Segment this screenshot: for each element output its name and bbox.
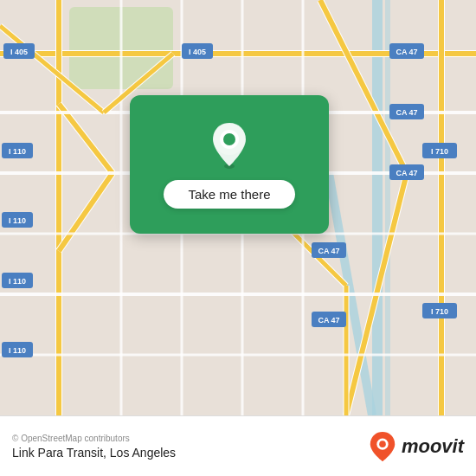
- svg-text:I 405: I 405: [189, 48, 206, 56]
- svg-text:CA 47: CA 47: [318, 316, 339, 325]
- svg-point-65: [223, 133, 235, 145]
- svg-rect-2: [372, 0, 383, 415]
- location-pin-icon: [209, 121, 250, 170]
- svg-rect-3: [385, 0, 390, 415]
- moovit-pin-icon: [369, 431, 396, 462]
- svg-text:I 110: I 110: [9, 147, 26, 156]
- place-name: Link Para Transit, Los Angeles: [12, 446, 176, 460]
- svg-text:I 110: I 110: [9, 346, 26, 355]
- svg-text:CA 47: CA 47: [318, 247, 339, 255]
- svg-text:I 110: I 110: [9, 216, 26, 225]
- svg-text:CA 47: CA 47: [396, 108, 417, 117]
- map-view: I 405 I 405 I 110 I 110 I 110 I 110 CA 4…: [0, 0, 476, 415]
- place-info: © OpenStreetMap contributors Link Para T…: [12, 434, 176, 460]
- moovit-brand-text: moovit: [402, 435, 464, 458]
- moovit-logo: moovit: [369, 431, 464, 462]
- svg-text:I 710: I 710: [431, 307, 448, 316]
- take-me-there-button[interactable]: Take me there: [164, 180, 294, 209]
- svg-point-67: [379, 441, 386, 447]
- bottom-bar: © OpenStreetMap contributors Link Para T…: [0, 415, 476, 476]
- map-attribution: © OpenStreetMap contributors: [12, 434, 176, 443]
- destination-card: Take me there: [130, 95, 329, 234]
- svg-text:I 710: I 710: [431, 147, 448, 156]
- svg-text:CA 47: CA 47: [396, 169, 417, 177]
- svg-text:I 405: I 405: [10, 48, 28, 56]
- svg-text:CA 47: CA 47: [396, 48, 417, 56]
- svg-text:I 110: I 110: [9, 277, 26, 286]
